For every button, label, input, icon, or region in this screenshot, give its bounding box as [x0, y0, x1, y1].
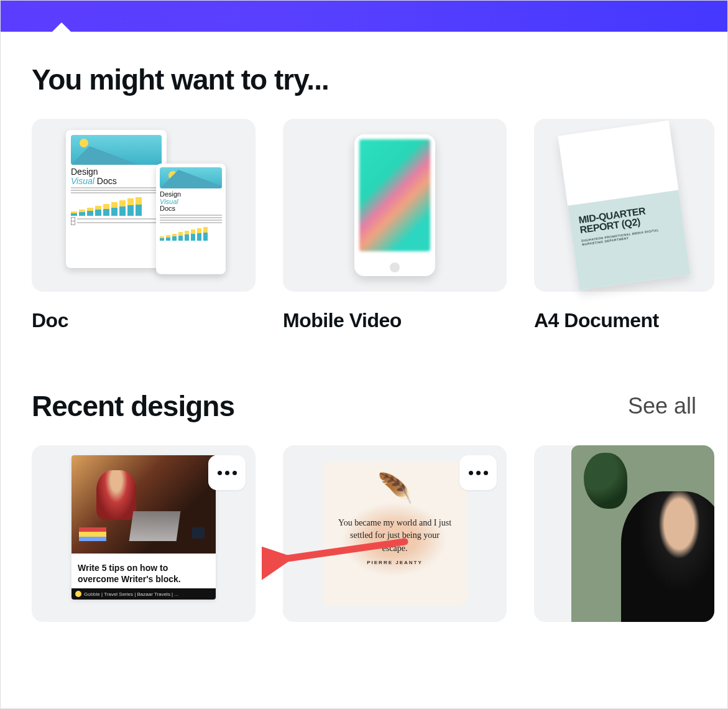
template-card-row: Design Visual Docs Design VisualDocs — [32, 119, 696, 332]
try-section-title: You might want to try... — [32, 63, 696, 96]
mobile-video-thumbnail — [283, 119, 507, 292]
see-all-link[interactable]: See all — [628, 393, 696, 419]
banner-caret-icon — [52, 22, 71, 32]
template-label-doc: Doc — [32, 309, 256, 332]
recent-card-2[interactable]: 🪶 You became my world and I just settled… — [283, 445, 507, 622]
phone-icon — [354, 134, 435, 276]
template-card-doc[interactable]: Design Visual Docs Design VisualDocs — [32, 119, 256, 332]
feather-icon: 🪶 — [377, 471, 413, 505]
a4-thumbnail: MID-QUARTER REPORT (Q2) DIGIPATRON PROMO… — [534, 119, 714, 292]
template-label-mobile-video: Mobile Video — [283, 309, 507, 332]
dots-icon — [218, 471, 222, 475]
template-card-a4-document[interactable]: MID-QUARTER REPORT (Q2) DIGIPATRON PROMO… — [534, 119, 714, 332]
recent-section-title: Recent designs — [32, 389, 234, 423]
recent-thumb-2: 🪶 You became my world and I just settled… — [283, 445, 507, 622]
recent-card-3[interactable] — [534, 445, 714, 622]
recent-card-row: Write 5 tips on how to overcome Writer's… — [32, 445, 696, 622]
doc-thumbnail: Design Visual Docs Design VisualDocs — [32, 119, 256, 292]
recent-thumb-1: Write 5 tips on how to overcome Writer's… — [32, 445, 256, 622]
main-content: You might want to try... Design Visual D… — [1, 32, 727, 622]
recent-card-1[interactable]: Write 5 tips on how to overcome Writer's… — [32, 445, 256, 622]
template-card-mobile-video[interactable]: Mobile Video — [283, 119, 507, 332]
recent-2-quote: You became my world and I just settled f… — [323, 517, 467, 555]
template-label-a4: A4 Document — [534, 309, 714, 332]
dots-icon — [469, 471, 473, 475]
top-banner — [1, 1, 727, 32]
recent-thumb-3 — [534, 445, 714, 622]
recent-1-text: Write 5 tips on how to overcome Writer's… — [71, 554, 216, 588]
recent-2-author: PIERRE JEANTY — [367, 560, 423, 565]
more-options-button[interactable] — [208, 455, 246, 490]
more-options-button[interactable] — [459, 455, 497, 490]
